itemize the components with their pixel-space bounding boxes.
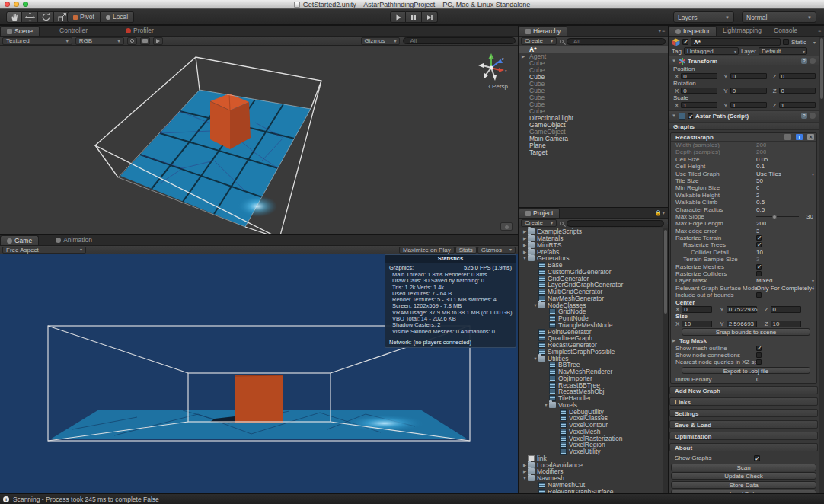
tab-profiler[interactable]: Profiler	[120, 26, 160, 36]
draw-mode-dropdown[interactable]: Textured▾	[2, 37, 72, 45]
pivot-toggle-button[interactable]: Pivot	[67, 11, 101, 23]
stats-button[interactable]: Stats	[455, 247, 477, 254]
inspector-row[interactable]: Max Edge Length 200 ▾ X Y Z	[671, 220, 816, 227]
row-value[interactable]: 0.05	[756, 156, 768, 163]
scene-lighting-toggle[interactable]	[127, 37, 137, 45]
static-checkbox[interactable]	[783, 39, 789, 45]
tab-animation[interactable]: Animation	[50, 235, 98, 245]
inspector-row[interactable]: Tile Size 50 ▾ X Y Z	[671, 177, 816, 184]
graph-title[interactable]: RecastGraph	[675, 133, 714, 142]
row-value[interactable]: 0	[756, 376, 759, 383]
x-field[interactable]: 0	[681, 73, 717, 80]
help-icon[interactable]: ?	[801, 113, 807, 119]
inspector-row[interactable]: Character Radius 0.5 ▾ X Y Z	[671, 206, 816, 213]
tab-inspector[interactable]: Inspector	[669, 26, 717, 36]
aspect-dropdown[interactable]: Free Aspect▾	[2, 247, 86, 254]
project-item[interactable]: ▼ Utilities	[519, 355, 663, 362]
rotate-tool-button[interactable]	[38, 11, 54, 23]
section-bar[interactable]: Optimization	[669, 432, 818, 440]
z-field[interactable]: 0	[779, 73, 816, 80]
tab-scene[interactable]: Scene	[0, 26, 40, 36]
y-field[interactable]: 0	[730, 88, 767, 94]
scene-orientation-gizmo[interactable]: y z x	[474, 51, 508, 85]
row-value[interactable]: 0	[756, 184, 759, 191]
y-field[interactable]: 1	[730, 102, 767, 109]
row-value[interactable]: 0.1	[756, 163, 765, 170]
row-value[interactable]: 200	[756, 220, 766, 227]
z-field[interactable]: 10	[771, 321, 801, 327]
expand-arrow-icon[interactable]: ▼	[532, 303, 538, 308]
x-field[interactable]: 10	[682, 321, 712, 327]
inspector-row[interactable]: Collider Detail 10 ▾ X Y Z	[671, 249, 816, 256]
expand-arrow-icon[interactable]: ▼	[522, 256, 528, 260]
project-scrollbar[interactable]	[663, 228, 668, 493]
row-value[interactable]: 30	[806, 213, 813, 220]
inspector-row[interactable]: Max Slope 30 ▾ X Y Z	[671, 213, 816, 220]
scene-audio-toggle[interactable]	[153, 37, 163, 45]
x-field[interactable]: 0	[682, 306, 712, 313]
expand-arrow-icon[interactable]: ▼	[522, 476, 528, 480]
game-viewport[interactable]: Statistics Graphics: 525.0 FPS (1.9ms) M…	[0, 254, 519, 493]
row-checkbox[interactable]	[756, 235, 762, 241]
action-button[interactable]: Update Check	[671, 472, 816, 480]
pause-button[interactable]	[406, 11, 422, 23]
inspector-row[interactable]: Relevant Graph Surface Mode Only For Com…	[671, 285, 816, 292]
scene-viewport[interactable]: y z x ‹ Persp	[0, 46, 519, 234]
tab-project[interactable]: Project	[519, 208, 560, 218]
hierarchy-create-button[interactable]: Create▾	[521, 37, 557, 45]
row-value[interactable]: Only For Completely Insid	[756, 285, 814, 292]
step-button[interactable]	[422, 11, 438, 23]
section-bar[interactable]: Save & Load	[669, 420, 818, 429]
expand-arrow-icon[interactable]: ▶	[522, 250, 528, 254]
scene-skybox-toggle[interactable]	[140, 37, 150, 45]
panel-menu-icon[interactable]: ≡	[818, 28, 822, 33]
inspector-row[interactable]: Rasterize Terrain ▾ X Y Z	[671, 234, 816, 241]
inspector-row[interactable]: Max edge error 3 ▾ X Y Z	[671, 228, 816, 234]
row-value[interactable]: 200	[756, 148, 766, 155]
tag-dropdown[interactable]: Untagged	[684, 47, 739, 55]
expand-arrow-icon[interactable]: ▶	[522, 243, 528, 247]
inspector-row[interactable]: Layer Mask Mixed ... ▾ X Y Z	[671, 277, 816, 284]
gizmos-dropdown[interactable]: Gizmos▾	[361, 37, 401, 45]
local-toggle-button[interactable]: Local	[101, 11, 134, 23]
y-field[interactable]: 0.7522936	[727, 306, 757, 313]
row-value[interactable]: 200	[756, 142, 766, 148]
project-search-input[interactable]	[567, 220, 664, 227]
row-checkbox[interactable]	[756, 292, 762, 298]
tab-console[interactable]: Console	[768, 26, 803, 36]
row-checkbox[interactable]	[756, 346, 762, 351]
project-item[interactable]: RelevantGraphSurface	[519, 488, 663, 493]
section-bar[interactable]: Links	[669, 397, 818, 406]
inspector-row[interactable]: Center ▾ X Y Z	[671, 299, 816, 306]
project-item[interactable]: GridNode	[519, 308, 663, 315]
row-value[interactable]: 3	[756, 228, 759, 234]
action-button[interactable]: Store Data	[671, 481, 816, 489]
project-item[interactable]: ▼ NodeClasses	[519, 301, 663, 308]
inspector-row[interactable]: Rasterize Trees ▾ X Y Z	[671, 241, 816, 248]
scrollbar-thumb[interactable]	[820, 38, 823, 99]
inspector-row[interactable]: Show node connections ▾ X Y Z	[671, 352, 816, 359]
project-item[interactable]: ▼ Generators	[519, 255, 663, 262]
row-button[interactable]: Export to .obj file	[682, 367, 810, 375]
gear-icon[interactable]	[810, 113, 816, 119]
hierarchy-search-input[interactable]	[567, 38, 666, 45]
inspector-row[interactable]: Width (samples) 200 ▾ X Y Z	[671, 142, 816, 148]
row-checkbox[interactable]	[756, 271, 762, 276]
row-checkbox[interactable]	[756, 359, 762, 365]
inspector-row[interactable]: Walkable Height 2 ▾ X Y Z	[671, 192, 816, 199]
z-field[interactable]: 0	[771, 306, 801, 313]
gear-icon[interactable]	[810, 58, 816, 64]
y-field[interactable]: 0	[730, 73, 767, 80]
tab-hierarchy[interactable]: Hierarchy	[519, 26, 567, 36]
panel-menu-icon[interactable]: ▾≡	[658, 28, 666, 34]
info-icon[interactable]: i	[796, 134, 803, 140]
render-mode-dropdown[interactable]: RGB▾	[75, 37, 124, 45]
layer-dropdown[interactable]: Default	[759, 47, 807, 55]
inspector-row[interactable]: Terrain Sample Size 3 ▾ X Y Z	[671, 256, 816, 263]
foldout-arrow-icon[interactable]: ▼	[672, 59, 676, 63]
add-new-graph-bar[interactable]: Add New Graph	[669, 386, 818, 394]
expand-arrow-icon[interactable]: ▶	[522, 236, 528, 241]
inspector-row[interactable]: ▾ X0 Y0.7522936 Z0	[671, 306, 816, 313]
hierarchy-item[interactable]: Target	[519, 149, 668, 156]
inspector-row[interactable]: ▾ X Y Z Snap bounds to scene	[671, 328, 816, 337]
